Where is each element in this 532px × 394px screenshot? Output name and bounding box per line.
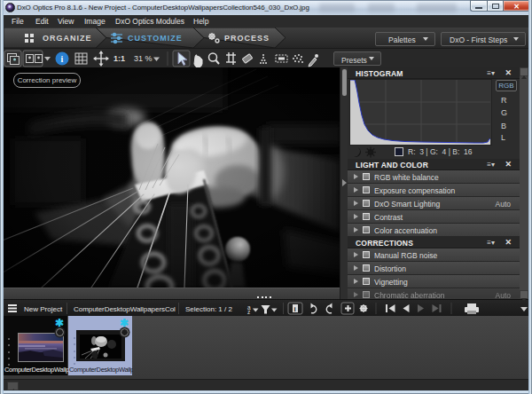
svg-text:i: i xyxy=(294,305,296,313)
svg-text:z: z xyxy=(247,309,250,315)
svg-text:31 %: 31 % xyxy=(134,54,153,63)
svg-text:1:1: 1:1 xyxy=(113,54,125,63)
svg-text:i: i xyxy=(61,54,64,64)
